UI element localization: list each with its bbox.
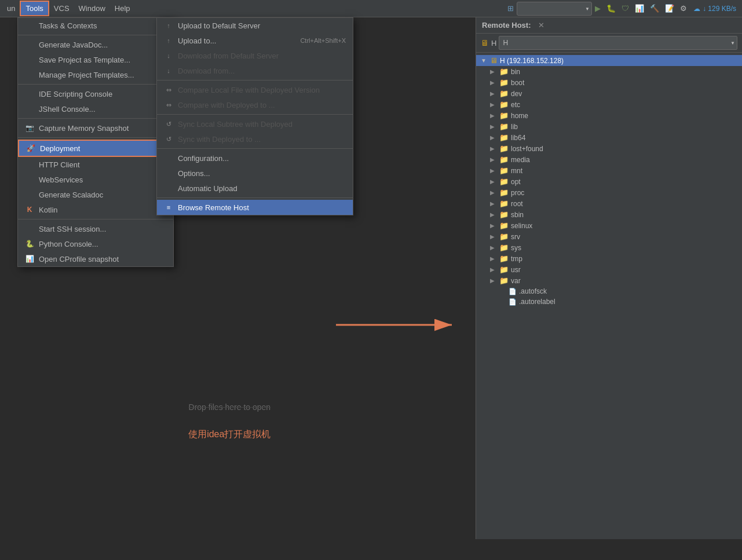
sub-item-sync-deployed[interactable]: ↺ Sync with Deployed to ... <box>157 131 353 147</box>
menu-item-tasks[interactable]: Tasks & Contexts ▶ <box>18 18 173 33</box>
menu-label-python: Python Console... <box>39 240 98 248</box>
sub-item-compare-deployed[interactable]: ⇔ Compare with Deployed to ... <box>157 97 353 112</box>
menubar-item-tools[interactable]: Tools <box>20 1 49 16</box>
tree-item-lib[interactable]: ▶ 📁 lib <box>476 121 742 132</box>
menu-item-capture-memory[interactable]: 📷 Capture Memory Snapshot <box>18 120 173 136</box>
tree-item-proc[interactable]: ▶ 📁 proc <box>476 187 742 198</box>
menu-item-webservices[interactable]: WebServices ▶ <box>18 172 173 187</box>
tree-item-autorelabel[interactable]: ▶ 📄 .autorelabel <box>476 297 742 307</box>
sub-item-browse-remote[interactable]: ≡ Browse Remote Host <box>157 200 353 215</box>
host-dropdown-wrap[interactable]: H <box>499 36 737 50</box>
sub-item-options[interactable]: Options... <box>157 166 353 181</box>
tree-item-boot[interactable]: ▶ 📁 boot <box>476 77 742 88</box>
tree-item-var[interactable]: ▶ 📁 var <box>476 275 742 286</box>
deployment-submenu: ↑ Upload to Default Server ↑ Upload to..… <box>156 17 353 215</box>
remote-panel-close-button[interactable]: ✕ <box>538 21 544 30</box>
sub-item-compare-local[interactable]: ⇔ Compare Local File with Deployed Versi… <box>157 82 353 97</box>
host-dropdown-select[interactable]: H <box>499 36 737 50</box>
tree-arrow-opt: ▶ <box>490 178 497 185</box>
menu-item-ssh[interactable]: Start SSH session... <box>18 221 173 236</box>
menu-item-deployment[interactable]: 🚀 Deployment ▶ <box>18 140 173 157</box>
menu-item-cprofile[interactable]: 📊 Open CProfile snapshot <box>18 251 173 266</box>
tree-folder-icon-tmp: 📁 <box>499 254 509 263</box>
sub-item-download-default[interactable]: ↓ Download from Default Server <box>157 48 353 63</box>
manage-templates-icon <box>25 70 34 79</box>
tree-arrow-selinux: ▶ <box>490 222 497 229</box>
tree-item-selinux[interactable]: ▶ 📁 selinux <box>476 220 742 231</box>
menu-label-deployment: Deployment <box>40 144 80 153</box>
tree-item-autofsck[interactable]: ▶ 📄 .autofsck <box>476 286 742 297</box>
tree-item-media[interactable]: ▶ 📁 media <box>476 154 742 165</box>
menubar-item-help[interactable]: Help <box>110 2 135 15</box>
sub-item-auto-upload[interactable]: Automatic Upload <box>157 181 353 196</box>
menubar-item-vcs[interactable]: VCS <box>49 2 74 15</box>
menu-item-javadoc[interactable]: Generate JavaDoc... <box>18 37 173 52</box>
menu-item-http-client[interactable]: HTTP Client ▶ <box>18 157 173 172</box>
tree-container[interactable]: ▼ 🖥 H (192.168.152.128) ▶ 📁 bin ▶ 📁 boot… <box>476 53 742 539</box>
chinese-annotation: 使用idea打开虚拟机 <box>188 429 271 441</box>
http-client-icon <box>25 160 34 169</box>
tree-label-sbin: sbin <box>511 211 524 219</box>
menu-item-scaladoc[interactable]: Generate Scaladoc <box>18 187 173 202</box>
menu-item-manage-templates[interactable]: Manage Project Templates... <box>18 67 173 82</box>
sub-separator-4 <box>157 197 353 198</box>
menu-item-python[interactable]: 🐍 Python Console... <box>18 236 173 251</box>
profile-button[interactable]: 📊 <box>632 3 647 14</box>
run-config-dropdown[interactable] <box>517 2 592 16</box>
tree-label-etc: etc <box>511 101 520 109</box>
tree-folder-icon-bin: 📁 <box>499 67 509 76</box>
cprofile-icon: 📊 <box>25 254 34 263</box>
tree-label-opt: opt <box>511 178 521 186</box>
menu-item-kotlin[interactable]: K Kotlin ▶ <box>18 202 173 217</box>
tree-item-tmp[interactable]: ▶ 📁 tmp <box>476 253 742 264</box>
tree-root-item[interactable]: ▼ 🖥 H (192.168.152.128) <box>476 55 742 66</box>
tree-folder-icon-selinux: 📁 <box>499 221 509 230</box>
tree-item-sbin[interactable]: ▶ 📁 sbin <box>476 209 742 220</box>
menu-label-webservices: WebServices <box>39 175 83 184</box>
toolbar-icon-grid[interactable]: ⊞ <box>505 3 517 14</box>
ssh-icon <box>25 224 34 233</box>
menu-item-ide-scripting[interactable]: IDE Scripting Console <box>18 86 173 101</box>
capture-memory-icon: 📷 <box>25 123 34 133</box>
tree-item-home[interactable]: ▶ 📁 home <box>476 110 742 121</box>
tree-item-srv[interactable]: ▶ 📁 srv <box>476 231 742 242</box>
sub-item-sync-local[interactable]: ↺ Sync Local Subtree with Deployed <box>157 116 353 131</box>
tree-item-bin[interactable]: ▶ 📁 bin <box>476 66 742 77</box>
sub-item-upload-to[interactable]: ↑ Upload to... Ctrl+Alt+Shift+X <box>157 33 353 48</box>
menu-separator-1 <box>18 35 173 35</box>
run-button[interactable]: ▶ <box>592 3 604 14</box>
sub-item-download-from[interactable]: ↓ Download from... <box>157 63 353 78</box>
configuration-icon <box>164 153 173 163</box>
upload-default-icon: ↑ <box>164 21 173 30</box>
tree-label-tmp: tmp <box>511 255 522 263</box>
tree-arrow-tmp: ▶ <box>490 255 497 262</box>
run-config-select[interactable] <box>517 2 592 16</box>
sub-item-upload-default[interactable]: ↑ Upload to Default Server <box>157 18 353 33</box>
tree-item-mnt[interactable]: ▶ 📁 mnt <box>476 165 742 176</box>
tree-folder-icon-lib64: 📁 <box>499 133 509 142</box>
menu-item-save-template[interactable]: Save Project as Template... <box>18 52 173 67</box>
tree-item-lib64[interactable]: ▶ 📁 lib64 <box>476 132 742 143</box>
tree-item-opt[interactable]: ▶ 📁 opt <box>476 176 742 187</box>
coverage-button[interactable]: 🛡 <box>619 3 632 14</box>
tree-folder-icon-lost-found: 📁 <box>499 144 509 153</box>
vcs-button[interactable]: 📝 <box>662 3 677 14</box>
menubar-item-un[interactable]: un <box>2 2 20 15</box>
settings-button[interactable]: ⚙ <box>677 3 690 14</box>
host-label: H <box>491 39 496 47</box>
tree-label-usr: usr <box>511 266 521 274</box>
tree-item-usr[interactable]: ▶ 📁 usr <box>476 264 742 275</box>
menubar-item-window[interactable]: Window <box>74 2 110 15</box>
tree-item-etc[interactable]: ▶ 📁 etc <box>476 99 742 110</box>
build-button[interactable]: 🔨 <box>647 3 662 14</box>
tree-item-root[interactable]: ▶ 📁 root <box>476 198 742 209</box>
tree-item-lost-found[interactable]: ▶ 📁 lost+found <box>476 143 742 154</box>
debug-button[interactable]: 🐛 <box>604 3 619 14</box>
tree-folder-icon-sbin: 📁 <box>499 210 509 219</box>
speed-value: ↓ 129 KB/s <box>703 5 736 13</box>
tree-item-sys[interactable]: ▶ 📁 sys <box>476 242 742 253</box>
sub-separator-2 <box>157 114 353 115</box>
tree-item-dev[interactable]: ▶ 📁 dev <box>476 88 742 99</box>
sub-item-configuration[interactable]: Configuration... <box>157 151 353 166</box>
menu-item-jshell[interactable]: JShell Console... <box>18 101 173 116</box>
